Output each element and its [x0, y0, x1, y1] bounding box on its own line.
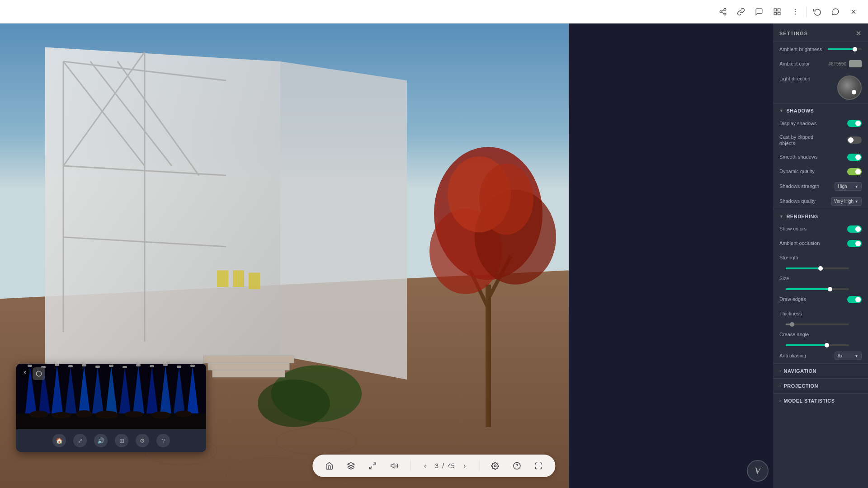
comment-button[interactable] [751, 4, 767, 20]
light-direction-dot [852, 90, 856, 94]
svg-rect-74 [190, 365, 195, 367]
shadows-strength-dropdown[interactable]: High ▾ [835, 182, 862, 191]
crease-angle-label: Crease angle [779, 331, 862, 338]
thumbnail-close-button[interactable]: × [20, 367, 30, 377]
draw-edges-toggle[interactable] [847, 296, 862, 303]
rendering-label: RENDERING [786, 214, 818, 219]
scene-settings-button[interactable] [488, 458, 503, 474]
shadows-strength-label: Shadows strength [779, 183, 835, 189]
svg-point-76 [52, 412, 71, 418]
light-direction-control[interactable] [837, 75, 862, 100]
svg-rect-46 [249, 273, 260, 290]
display-shadows-toggle[interactable] [847, 120, 862, 127]
history-button[interactable] [809, 4, 826, 20]
svg-rect-41 [203, 356, 294, 363]
thumb-help-button[interactable]: ? [156, 434, 170, 447]
thumb-audio-button[interactable]: 🔊 [94, 434, 108, 447]
svg-rect-69 [123, 366, 127, 368]
total-slides: 45 [448, 462, 455, 469]
projection-label: PROJECTION [784, 383, 819, 389]
model-statistics-section-header[interactable]: › MODEL STATISTICS [773, 393, 868, 408]
svg-point-40 [258, 380, 330, 427]
settings-close-button[interactable]: ✕ [856, 30, 862, 37]
svg-line-3 [722, 12, 724, 14]
thumb-home-button[interactable]: 🏠 [52, 434, 66, 447]
light-direction-row: Light direction [773, 71, 868, 103]
ambient-color-row: Ambient color #8F9590 [773, 56, 868, 71]
draw-edges-row: Draw edges [773, 292, 868, 307]
dynamic-quality-toggle[interactable] [847, 168, 862, 175]
crease-angle-slider[interactable] [786, 344, 849, 346]
separator-2 [479, 460, 480, 471]
svg-rect-6 [778, 9, 780, 11]
slide-counter: ‹ 3 / 45 › [419, 460, 471, 472]
thickness-label-row: Thickness [773, 307, 868, 321]
strength-label: Strength [779, 254, 862, 261]
ambient-brightness-slider[interactable] [828, 48, 862, 50]
ambient-color-control: #8F9590 [829, 60, 862, 67]
projection-section-header[interactable]: › PROJECTION [773, 378, 868, 393]
cast-clipped-toggle[interactable] [847, 136, 862, 144]
size-slider[interactable] [786, 288, 849, 290]
show-colors-row: Show colors [773, 222, 868, 236]
navigation-section-header[interactable]: › NAVIGATION [773, 363, 868, 378]
ambient-occlusion-toggle[interactable] [847, 240, 862, 247]
top-toolbar [0, 0, 868, 23]
layers-nav-button[interactable] [343, 458, 359, 474]
ambient-color-value: #8F9590 [829, 61, 846, 66]
expand-nav-button[interactable] [365, 458, 380, 474]
ambient-occlusion-row: Ambient occlusion [773, 236, 868, 251]
cast-clipped-label: Cast by clipped objects [779, 134, 829, 147]
svg-rect-43 [212, 370, 285, 377]
model-statistics-chevron-icon: › [779, 399, 781, 403]
sound-nav-button[interactable] [387, 458, 402, 474]
share-button[interactable] [715, 4, 731, 20]
next-slide-button[interactable]: › [458, 460, 471, 472]
grid-button[interactable] [769, 4, 785, 20]
svg-point-81 [175, 411, 192, 417]
verge3d-logo[interactable]: V [747, 460, 769, 482]
rendering-chevron-icon: ▼ [779, 214, 783, 219]
svg-rect-45 [233, 270, 244, 287]
svg-point-80 [151, 412, 171, 419]
smooth-shadows-row: Smooth shadows [773, 150, 868, 164]
svg-point-79 [125, 411, 143, 418]
thumb-settings-button[interactable]: ⚙ [136, 434, 149, 447]
cast-clipped-row: Cast by clipped objects [773, 131, 868, 150]
strength-slider[interactable] [786, 267, 849, 269]
ambient-brightness-control [828, 48, 862, 50]
anti-aliasing-chevron-icon: ▾ [855, 353, 858, 358]
model-statistics-label: MODEL STATISTICS [784, 398, 835, 404]
svg-rect-65 [68, 365, 73, 367]
ambient-color-swatch[interactable] [849, 60, 862, 67]
thumb-layers-button[interactable]: ⊞ [115, 434, 128, 447]
shadows-quality-chevron-icon: ▾ [855, 199, 858, 204]
ambient-brightness-label: Ambient brightness [779, 46, 828, 52]
smooth-shadows-toggle[interactable] [847, 154, 862, 161]
show-colors-toggle[interactable] [847, 225, 862, 233]
close-window-button[interactable] [845, 4, 862, 20]
prev-slide-button[interactable]: ‹ [419, 460, 431, 472]
home-nav-button[interactable] [321, 458, 337, 474]
svg-rect-64 [55, 364, 59, 366]
rendering-section-header[interactable]: ▼ RENDERING [773, 209, 868, 222]
svg-point-11 [795, 14, 796, 14]
navigation-chevron-icon: › [779, 369, 781, 373]
fullscreen-button[interactable] [531, 458, 547, 474]
shadows-section-header[interactable]: ▼ SHADOWS [773, 103, 868, 116]
more-button[interactable] [787, 4, 803, 20]
thumb-expand-button[interactable]: ⤢ [73, 434, 87, 447]
svg-point-10 [795, 11, 796, 12]
svg-rect-62 [28, 365, 32, 367]
shadows-quality-dropdown[interactable]: Very High ▾ [831, 197, 862, 206]
chat-button[interactable] [827, 4, 844, 20]
help-button[interactable] [509, 458, 525, 474]
link-button[interactable] [733, 4, 749, 20]
thickness-slider[interactable] [786, 324, 849, 325]
anti-aliasing-dropdown[interactable]: 8x ▾ [835, 352, 862, 360]
thumbnail-cube-button[interactable] [33, 367, 45, 380]
draw-edges-label: Draw edges [779, 296, 847, 302]
svg-point-75 [30, 411, 48, 418]
anti-aliasing-row: Anti aliasing 8x ▾ [773, 348, 868, 363]
svg-rect-7 [778, 12, 780, 14]
